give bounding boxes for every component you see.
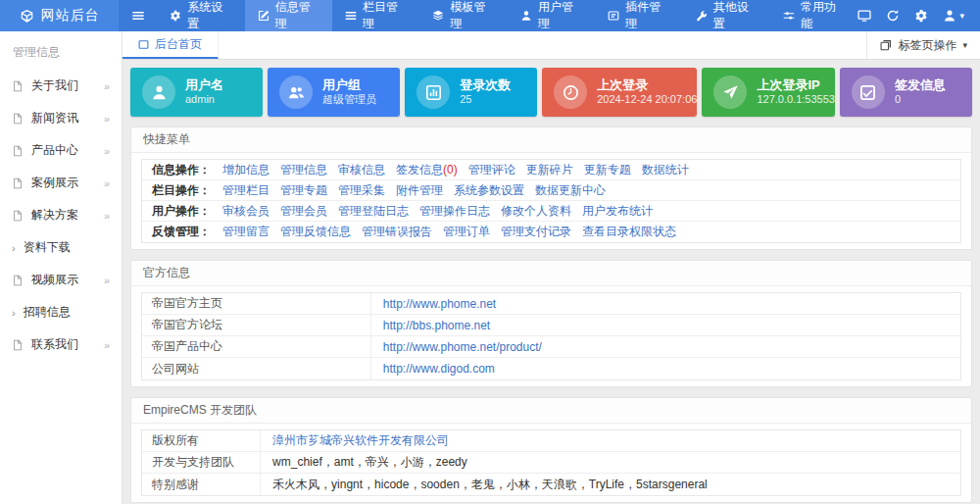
sidebar-item-1[interactable]: 关于我们» [0,70,122,102]
sidebar-item-6[interactable]: ›资料下载 [0,231,122,264]
external-link[interactable]: http://bbs.phome.net [383,319,490,332]
sidebar-item-label: 解决方案 [31,207,78,224]
user-icon [943,9,956,23]
expand-chevron-icon: » [104,210,110,222]
dev-team-row: 开发与支持团队wm_chief，amt，帝兴，小游，zeedy [142,452,960,474]
sidebar-item-8[interactable]: ›招聘信息 [0,296,122,328]
topbar-settings-button[interactable] [914,9,928,23]
sidebar: 管理信息 关于我们»新闻资讯»产品中心»案例展示»解决方案»›资料下载视频展示»… [0,31,122,504]
stat-card-text: 登录次数25 [460,77,511,107]
official-info-label: 公司网站 [142,358,371,379]
tab-actions-button[interactable]: 标签页操作 ▾ [866,31,980,59]
sidebar-item-4[interactable]: 案例展示» [0,167,122,199]
sidebar-title: 管理信息 [0,31,122,70]
stat-card-4[interactable]: 上次登录2024-12-24 20:07:06 [542,68,697,117]
topmenu-item-user[interactable]: 用户管理 [508,0,595,31]
topbar-monitor-button[interactable] [858,9,871,23]
quick-menu-row: 栏目操作：管理栏目管理专题管理采集附件管理系统参数设置数据更新中心 [142,180,960,201]
topmenu-item-column[interactable]: 栏目管理 [332,0,419,31]
count-badge: (0) [443,163,458,176]
quick-link[interactable]: 审核信息 [338,162,385,178]
sidebar-item-7[interactable]: 视频展示» [0,264,122,296]
stat-card-6[interactable]: 签发信息0 [840,68,972,117]
topmenu-item-template[interactable]: 模板管理 [419,0,507,31]
topmenu-item-plugin[interactable]: 插件管理 [595,0,682,31]
quick-link[interactable]: 管理采集 [338,182,385,199]
app-logo[interactable]: 网站后台 [0,0,119,31]
topbar-account-button[interactable]: ▾ [943,9,964,23]
dev-team-value: wm_chief，amt，帝兴，小游，zeedy [261,452,479,473]
quick-link[interactable]: 管理错误报告 [362,224,432,240]
quick-link[interactable]: 管理栏目 [222,182,270,199]
quick-link[interactable]: 更新碎片 [526,162,573,178]
quick-link[interactable]: 管理反馈信息 [280,224,351,240]
quick-link[interactable]: 系统参数设置 [454,182,524,199]
topmenu-item-common[interactable]: 常用功能 [770,0,858,31]
topmenu-item-info[interactable]: 信息管理 [245,0,332,31]
quick-link[interactable]: 管理支付记录 [501,224,571,240]
quick-menu-row: 用户操作：审核会员管理会员管理登陆日志管理操作日志修改个人资料用户发布统计 [142,201,960,222]
quick-link[interactable]: 管理操作日志 [419,203,490,220]
company-link[interactable]: 漳州市芗城帝兴软件开发有限公司 [272,432,449,449]
stat-card-title: 用户名 [185,77,223,93]
external-link[interactable]: http://www.digod.com [383,362,495,376]
quick-link[interactable]: 管理留言 [222,224,270,240]
stat-card-text: 上次登录IP127.0.0.1:53553 [757,77,835,107]
quick-link[interactable]: 增加信息 [222,162,270,178]
stat-card-2[interactable]: 用户组超级管理员 [268,68,400,117]
sidebar-item-9[interactable]: 联系我们» [0,328,122,361]
tab-home[interactable]: 后台首页 [122,31,219,59]
sidebar-item-2[interactable]: 新闻资讯» [0,102,122,134]
gear-icon [914,9,928,23]
stat-card-1[interactable]: 用户名admin [130,68,263,117]
quick-link[interactable]: 管理专题 [280,182,327,199]
tab-home-label: 后台首页 [155,36,202,53]
quick-menu-panel: 快捷菜单 信息操作：增加信息管理信息审核信息签发信息(0)管理评论更新碎片更新专… [130,126,972,250]
monitor-icon [858,9,871,23]
topmenu-item-label: 用户管理 [538,0,582,32]
stat-card-3[interactable]: 登录次数25 [405,68,537,117]
stat-card-value: 2024-12-24 20:07:06 [597,93,697,107]
file-icon [12,80,24,92]
topmenu-item-other[interactable]: 其他设置 [683,0,770,31]
quick-link[interactable]: 管理信息 [280,162,327,178]
quick-link[interactable]: 管理会员 [280,203,327,220]
sidebar-item-3[interactable]: 产品中心» [0,134,122,167]
topmenu-item-label: 系统设置 [187,0,231,32]
expand-chevron-icon: » [104,80,110,92]
quick-link[interactable]: 管理登陆日志 [338,203,409,220]
quick-link[interactable]: 数据更新中心 [535,182,606,199]
topbar-refresh-button[interactable] [886,9,900,23]
quick-link[interactable]: 管理订单 [443,224,490,240]
sidebar-item-label: 关于我们 [31,77,78,94]
quick-link[interactable]: 数据统计 [642,162,689,178]
official-info-row: 帝国产品中心http://www.phome.net/product/ [142,336,960,358]
quick-link[interactable]: 更新专题 [584,162,631,178]
quick-link[interactable]: 修改个人资料 [501,203,571,220]
sidebar-item-5[interactable]: 解决方案» [0,199,122,231]
sidebar-toggle-button[interactable] [119,0,157,31]
window-icon [138,39,149,50]
stat-card-icon-circle [852,76,885,109]
file-icon [12,113,24,125]
topmenu-item-system[interactable]: 系统设置 [157,0,244,31]
quick-link[interactable]: 用户发布统计 [582,203,653,220]
app-title: 网站后台 [41,7,100,25]
expand-chevron-icon: » [104,177,110,189]
quick-link[interactable]: 审核会员 [222,203,270,220]
sidebar-item-label: 产品中心 [31,142,78,159]
external-link[interactable]: http://www.phome.net [383,297,496,311]
hamburger-icon [131,9,145,23]
quick-link[interactable]: 查看目录权限状态 [582,224,676,240]
external-link[interactable]: http://www.phome.net/product/ [383,340,542,354]
chevron-right-icon: › [12,307,16,319]
quick-link[interactable]: 签发信息(0) [396,162,458,178]
quick-menu-row: 信息操作：增加信息管理信息审核信息签发信息(0)管理评论更新碎片更新专题数据统计 [142,160,960,180]
stat-card-5[interactable]: 上次登录IP127.0.0.1:53553 [702,68,835,117]
stat-card-title: 登录次数 [460,77,511,93]
stat-card-title: 上次登录 [597,77,697,93]
quick-link[interactable]: 附件管理 [396,182,443,199]
quick-link[interactable]: 管理评论 [468,162,515,178]
file-icon [12,145,24,157]
dev-team-row: 特别感谢禾火木风，yingnt，hicode，sooden，老鬼，小林，天浪歌，… [142,474,960,495]
